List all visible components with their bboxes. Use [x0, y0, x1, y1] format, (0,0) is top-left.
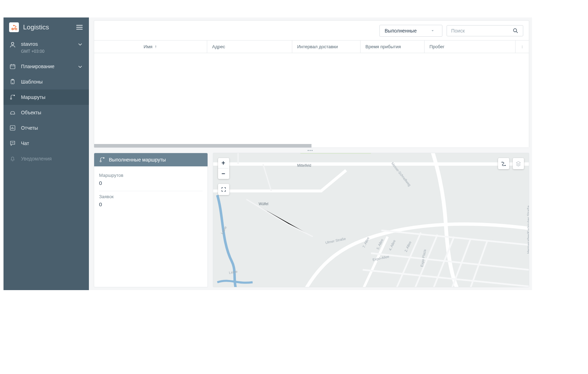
- sort-asc-icon: [154, 45, 158, 49]
- zoom-control: + −: [218, 158, 229, 179]
- table-body: [94, 53, 529, 144]
- summary-orders-label: Заявок: [99, 194, 203, 199]
- nav-label: Шаблоны: [21, 79, 43, 85]
- summary-panel: Выполненные маршруты Маршрутов 0 Заявок …: [94, 153, 208, 287]
- summary-title: Выполненные маршруты: [109, 157, 166, 163]
- map-label-hk: Hermesallee/Karlsruher Straße: [527, 206, 529, 254]
- svg-point-7: [12, 82, 13, 83]
- summary-header: Выполненные маршруты: [94, 153, 208, 166]
- splitter-handle[interactable]: •••: [308, 149, 314, 152]
- calendar-icon: [9, 63, 16, 70]
- table-header: Имя Адрес Интервал доставки Время прибыт…: [94, 40, 529, 53]
- status-filter-select[interactable]: Выполненные: [379, 25, 442, 37]
- svg-point-1: [15, 28, 17, 30]
- layers-icon: [516, 161, 521, 166]
- nav-label: Маршруты: [21, 94, 46, 100]
- nav-item-routes[interactable]: Маршруты: [4, 89, 89, 105]
- svg-point-11: [13, 114, 14, 114]
- search-input[interactable]: [451, 28, 512, 34]
- chat-icon: [9, 140, 16, 147]
- route-s-icon: [501, 161, 506, 166]
- nav-label: Объекты: [21, 110, 41, 115]
- car-icon: [9, 109, 16, 116]
- svg-point-17: [100, 161, 102, 162]
- user-name: stavros: [21, 41, 72, 48]
- search-icon: [512, 28, 519, 34]
- sidebar-header: Logistics: [4, 17, 89, 37]
- scooter-icon: [10, 24, 18, 31]
- user-timezone: GMT +03:00: [21, 49, 72, 54]
- svg-rect-19: [213, 153, 529, 287]
- nav-item-objects[interactable]: Объекты: [4, 105, 89, 120]
- map-tiles: [213, 153, 529, 287]
- svg-point-14: [522, 45, 522, 46]
- column-header-address[interactable]: Адрес: [207, 41, 292, 53]
- map-label-wulfel: Wülfel: [259, 202, 268, 206]
- svg-point-18: [103, 157, 105, 159]
- svg-point-8: [10, 98, 12, 99]
- main-content: Выполненные Имя Адрес Интервал доставки …: [89, 17, 532, 290]
- nav-label: Чат: [21, 141, 29, 146]
- scrollbar-thumb[interactable]: [94, 144, 312, 148]
- column-header-mileage[interactable]: Пробег: [425, 41, 516, 53]
- bottom-row: Выполненные маршруты Маршрутов 0 Заявок …: [89, 153, 532, 290]
- dropdown-arrow-icon: [430, 29, 435, 33]
- route-toggle-button[interactable]: [498, 158, 509, 169]
- summary-routes-label: Маршрутов: [99, 173, 203, 178]
- svg-point-23: [502, 162, 503, 163]
- search-box[interactable]: [447, 25, 523, 36]
- column-header-arrival[interactable]: Время прибытия: [360, 41, 425, 53]
- user-account-row[interactable]: stavros GMT +03:00: [4, 37, 89, 59]
- status-filter-value: Выполненные: [385, 28, 416, 34]
- column-header-interval[interactable]: Интервал доставки: [292, 41, 360, 53]
- filter-row: Выполненные: [94, 21, 529, 40]
- nav-item-templates[interactable]: Шаблоны: [4, 74, 89, 89]
- clipboard-icon: [9, 78, 16, 85]
- column-options-button[interactable]: [516, 41, 529, 53]
- svg-point-24: [505, 165, 506, 166]
- route-icon: [9, 94, 16, 101]
- svg-point-15: [522, 46, 522, 47]
- bell-icon: [9, 155, 16, 162]
- layers-button[interactable]: [513, 158, 524, 169]
- nav-list: Планирование Шаблоны Маршруты Объекты От…: [4, 59, 89, 166]
- column-header-name[interactable]: Имя: [94, 41, 207, 53]
- map-label-mittelfeld: Mittelfeld: [297, 164, 311, 167]
- svg-point-2: [13, 25, 14, 26]
- zoom-out-button[interactable]: −: [218, 168, 229, 179]
- summary-orders-value: 0: [99, 201, 203, 207]
- brand-title: Logistics: [23, 23, 71, 31]
- map-controls-left: + −: [218, 158, 229, 195]
- map-controls-right: [498, 158, 524, 169]
- nav-item-chat[interactable]: Чат: [4, 136, 89, 151]
- svg-point-3: [12, 42, 14, 45]
- map-panel[interactable]: Mittelfeld Wülfel Leine Leine Messe-Schn…: [213, 153, 529, 287]
- nav-item-notifications[interactable]: Уведомления: [4, 151, 89, 166]
- hamburger-icon: [76, 23, 83, 31]
- summary-routes-value: 0: [99, 180, 203, 186]
- nav-label: Планирование: [21, 64, 55, 69]
- chevron-down-icon: [77, 41, 83, 48]
- menu-toggle-button[interactable]: [76, 23, 83, 31]
- table-scrollbar[interactable]: [94, 144, 529, 148]
- svg-point-10: [11, 114, 12, 114]
- nav-label: Отчеты: [21, 125, 38, 131]
- nav-item-planning[interactable]: Планирование: [4, 59, 89, 74]
- summary-orders: Заявок 0: [99, 191, 203, 212]
- summary-routes: Маршрутов 0: [99, 170, 203, 191]
- app-logo: [9, 22, 19, 32]
- fullscreen-button[interactable]: [218, 184, 229, 195]
- chevron-down-icon: [77, 64, 83, 70]
- chart-icon: [9, 124, 16, 131]
- nav-label: Уведомления: [21, 156, 52, 161]
- fullscreen-icon: [221, 187, 226, 192]
- splitter: •••: [89, 148, 532, 153]
- svg-point-13: [513, 29, 517, 32]
- svg-rect-22: [300, 153, 371, 154]
- zoom-in-button[interactable]: +: [218, 158, 229, 168]
- nav-item-reports[interactable]: Отчеты: [4, 120, 89, 136]
- svg-point-16: [522, 48, 522, 48]
- summary-body: Маршрутов 0 Заявок 0: [94, 166, 208, 216]
- svg-point-9: [14, 94, 15, 96]
- top-panel: Выполненные Имя Адрес Интервал доставки …: [94, 20, 529, 148]
